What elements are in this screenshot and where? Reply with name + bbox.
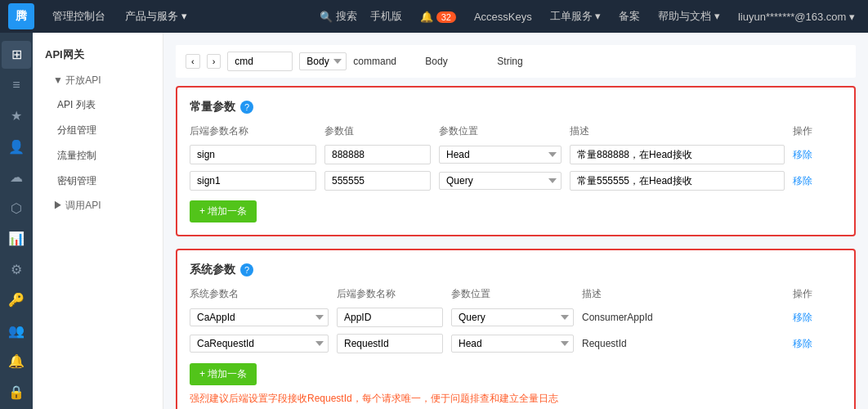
system-param-row-0: CaAppId CaRequestId CaTimestamp CaMethod… [190, 308, 842, 327]
constant-params-section: 常量参数 ? 后端参数名称 参数值 参数位置 描述 操作 Head Query … [176, 86, 856, 236]
system-param-row-1: CaAppId CaRequestId CaTimestamp CaMethod… [190, 334, 842, 353]
search-icon: 🔍 [320, 11, 333, 23]
sys-col-sysname: 系统参数名 [190, 287, 329, 301]
sidebar-icon-person[interactable]: 👥 [2, 317, 31, 345]
sidebar-icon-monitor[interactable]: 📊 [2, 225, 31, 253]
const-param-position-1[interactable]: Head Query Body Path [439, 172, 562, 190]
sys-param-op-1: 移除 [793, 337, 842, 351]
search-label: 搜索 [336, 9, 357, 24]
bell-icon[interactable]: 🔔 32 [415, 11, 461, 23]
existing-param-row: ‹ › Body command Body String [176, 45, 856, 78]
sidebar-icon-lock[interactable]: 🔒 [2, 379, 31, 407]
sys-col-desc: 描述 [582, 287, 785, 301]
const-param-op-1: 移除 [793, 174, 842, 188]
col-header-operation: 操作 [793, 124, 842, 138]
backup-btn[interactable]: 备案 [614, 9, 645, 24]
sys-param-sysname-0[interactable]: CaAppId CaRequestId CaTimestamp CaMethod [190, 308, 329, 326]
sys-param-position-0[interactable]: Head Query Body Path [451, 308, 574, 326]
second-sidebar: API网关 ▼ 开放API API 列表 分组管理 流量控制 密钥管理 ▶ 调用… [33, 33, 163, 409]
row-location-select[interactable]: Body [299, 52, 347, 70]
notification-badge: 32 [436, 11, 456, 23]
sys-param-remove-0[interactable]: 移除 [793, 312, 812, 323]
main-content: ‹ › Body command Body String 常量参数 ? 后端参数… [163, 33, 868, 409]
search-box[interactable]: 🔍 搜索 [320, 9, 357, 24]
constant-param-row-0: Head Query Body Path 移除 [190, 145, 842, 164]
sidebar-icon-list[interactable]: ≡ [2, 72, 31, 100]
top-nav: 腾 管理控制台 产品与服务 ▾ 🔍 搜索 手机版 🔔 32 AccessKeys… [0, 0, 868, 33]
sidebar-icon-bell[interactable]: 🔔 [2, 348, 31, 375]
logo-icon: 腾 [8, 3, 34, 29]
sys-param-desc-0: ConsumerAppId [582, 312, 785, 323]
add-system-param-btn[interactable]: + 增加一条 [190, 363, 257, 385]
warning-text: 强烈建议后端设置字段接收RequestId，每个请求唯一，便于问题排查和建立全量… [190, 392, 842, 406]
constant-params-help-icon[interactable]: ? [240, 101, 253, 114]
row-name-input[interactable] [227, 52, 293, 71]
const-param-name-0[interactable] [190, 145, 316, 164]
system-params-section: 系统参数 ? 系统参数名 后端参数名称 参数位置 描述 操作 CaAppId C… [176, 249, 856, 409]
const-param-desc-1[interactable] [570, 171, 785, 191]
sidebar-api-list[interactable]: API 列表 [33, 92, 163, 118]
call-api-label: ▶ 调用API [53, 199, 101, 213]
system-params-title: 系统参数 [190, 263, 235, 277]
sys-param-op-0: 移除 [793, 311, 842, 325]
col-header-param-value: 参数值 [324, 124, 431, 138]
col-header-description: 描述 [570, 124, 785, 138]
sidebar-icon-grid[interactable]: ⊞ [2, 41, 31, 69]
sidebar-icon-settings[interactable]: ⚙ [2, 256, 31, 284]
system-params-col-headers: 系统参数名 后端参数名称 参数位置 描述 操作 [190, 287, 842, 301]
constant-params-title: 常量参数 [190, 100, 235, 115]
sidebar-icon-app[interactable]: ⬡ [2, 195, 31, 222]
col-header-param-name: 后端参数名称 [190, 124, 316, 138]
col-header-param-position: 参数位置 [439, 124, 562, 138]
sys-param-sysname-1[interactable]: CaAppId CaRequestId CaTimestamp CaMethod [190, 335, 329, 353]
sidebar-icon-user[interactable]: 👤 [2, 133, 31, 161]
nav-products[interactable]: 产品与服务 ▾ [115, 0, 197, 33]
system-params-header: 系统参数 ? [190, 263, 842, 277]
sidebar-icon-cloud[interactable]: ☁ [2, 164, 31, 191]
open-api-label: ▼ 开放API [53, 74, 101, 88]
constant-params-col-headers: 后端参数名称 参数值 参数位置 描述 操作 [190, 124, 842, 138]
sidebar-section-title: API网关 [33, 41, 163, 69]
const-param-name-1[interactable] [190, 171, 316, 191]
accesskeys-btn[interactable]: AccessKeys [469, 11, 537, 23]
system-params-help-icon[interactable]: ? [240, 263, 253, 276]
sidebar-icon-star[interactable]: ★ [2, 102, 31, 130]
const-param-value-1[interactable] [324, 171, 431, 191]
sidebar-call-api[interactable]: ▶ 调用API [33, 194, 163, 218]
sys-col-op: 操作 [793, 287, 842, 301]
left-sidebar: ⊞ ≡ ★ 👤 ☁ ⬡ 📊 ⚙ 🔑 👥 🔔 🔒 [0, 33, 33, 409]
const-param-op-0: 移除 [793, 148, 842, 162]
constant-params-header: 常量参数 ? [190, 100, 842, 115]
const-param-position-0[interactable]: Head Query Body Path [439, 146, 562, 164]
add-constant-param-btn[interactable]: + 增加一条 [190, 200, 257, 222]
mobile-btn[interactable]: 手机版 [365, 9, 407, 24]
user-menu[interactable]: liuyun*******@163.com ▾ [733, 11, 860, 23]
help-btn[interactable]: 帮助与文档 ▾ [653, 9, 725, 24]
row-col3: String [497, 56, 546, 67]
const-param-remove-1[interactable]: 移除 [793, 175, 812, 187]
sidebar-flow-control[interactable]: 流量控制 [33, 143, 163, 169]
sys-param-desc-1: RequestId [582, 338, 785, 349]
const-param-remove-0[interactable]: 移除 [793, 149, 812, 160]
workorder-btn[interactable]: 工单服务 ▾ [545, 9, 606, 24]
row-col2: Body [425, 56, 490, 67]
row-col1: command [353, 56, 418, 67]
sys-param-position-1[interactable]: Head Query Body Path [451, 335, 574, 353]
sys-col-backname: 后端参数名称 [337, 287, 443, 301]
sidebar-key-mgmt[interactable]: 密钥管理 [33, 169, 163, 194]
sys-col-position: 参数位置 [451, 287, 574, 301]
sidebar-open-api[interactable]: ▼ 开放API [33, 69, 163, 92]
prev-page-btn[interactable]: ‹ [186, 54, 200, 69]
const-param-desc-0[interactable] [570, 145, 785, 164]
sys-param-backname-1[interactable] [337, 334, 443, 353]
sys-param-remove-1[interactable]: 移除 [793, 338, 812, 349]
sidebar-icon-key[interactable]: 🔑 [2, 286, 31, 314]
sidebar-group-mgmt[interactable]: 分组管理 [33, 118, 163, 143]
nav-console[interactable]: 管理控制台 [43, 0, 115, 33]
constant-param-row-1: Head Query Body Path 移除 [190, 171, 842, 191]
sys-param-backname-0[interactable] [337, 308, 443, 327]
next-page-btn[interactable]: › [207, 54, 221, 69]
const-param-value-0[interactable] [324, 145, 431, 164]
